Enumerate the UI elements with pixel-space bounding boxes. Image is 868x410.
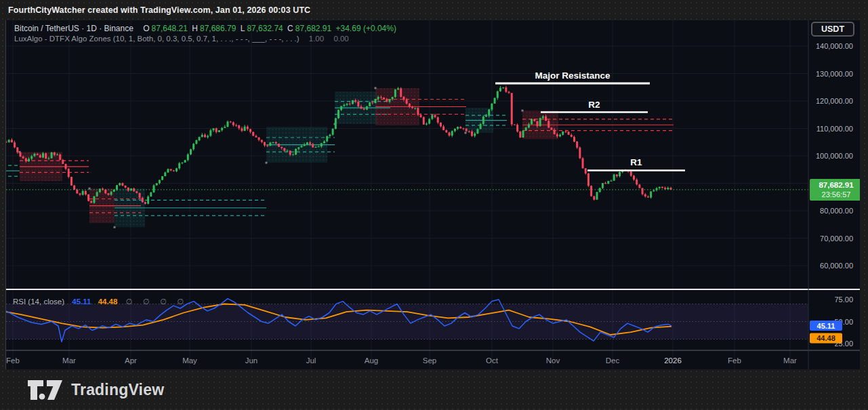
svg-text:130,000.00: 130,000.00	[816, 70, 853, 78]
svg-text:80,000.00: 80,000.00	[820, 207, 853, 215]
change-value: +34.69 (+0.04%)	[336, 24, 396, 33]
low-label: L	[241, 24, 245, 33]
attribution-text: FourthCityWatcher created with TradingVi…	[8, 5, 310, 15]
rsi-title[interactable]: RSI (14, close)	[13, 298, 64, 306]
rsi-value: 45.11	[72, 298, 91, 306]
tradingview-screenshot: { "topbar": { "text": "FourthCityWatcher…	[0, 0, 868, 410]
tradingview-logo-icon	[26, 378, 64, 401]
tradingview-logo-text: TradingView	[71, 381, 164, 399]
close-label: C	[287, 24, 293, 33]
currency-label: USDT	[821, 24, 844, 34]
high-value: 87,686.79	[200, 24, 236, 33]
svg-text:Sep: Sep	[423, 356, 436, 365]
svg-text:R1: R1	[630, 157, 642, 167]
open-value: 87,648.21	[152, 24, 188, 33]
svg-text:Apr: Apr	[125, 356, 137, 365]
attribution-bar: FourthCityWatcher created with TradingVi…	[0, 0, 868, 20]
svg-text:Feb: Feb	[728, 356, 741, 365]
svg-text:Nov: Nov	[546, 356, 560, 365]
svg-text:Feb: Feb	[6, 356, 20, 365]
rsi-empty-slots: ∅ ∅ ∅ ∅	[126, 298, 188, 306]
svg-text:2026: 2026	[664, 356, 682, 365]
svg-text:Oct: Oct	[486, 356, 499, 365]
open-label: O	[143, 24, 149, 33]
symbol-ohlc-row: Bitcoin / TetherUS · 1D · Binance O87,64…	[14, 24, 398, 33]
svg-text:44.48: 44.48	[817, 334, 835, 342]
symbol-legend[interactable]: Bitcoin / TetherUS · 1D · Binance O87,64…	[14, 24, 398, 43]
svg-text:23:56:57: 23:56:57	[822, 190, 851, 199]
rsi-legend[interactable]: RSI (14, close) 45.11 44.48 ∅ ∅ ∅ ∅	[13, 297, 188, 306]
svg-text:87,682.91: 87,682.91	[819, 181, 854, 189]
svg-text:R2: R2	[588, 100, 600, 110]
indicator-value-2: 0.00	[333, 35, 348, 43]
svg-text:70,000.00: 70,000.00	[820, 234, 853, 243]
svg-text:100,000.00: 100,000.00	[816, 152, 853, 160]
rsi-ma-value: 44.48	[98, 298, 118, 306]
high-label: H	[192, 24, 198, 33]
svg-text:140,000.00: 140,000.00	[816, 42, 853, 50]
low-value: 87,632.74	[247, 24, 283, 33]
indicator-title[interactable]: LuxAlgo - DTFX Algo Zones (10, 1, Both, …	[14, 35, 299, 43]
indicator-value-1: 1.00	[309, 35, 324, 43]
close-value: 87,682.91	[295, 24, 331, 33]
svg-text:110,000.00: 110,000.00	[817, 125, 853, 133]
svg-text:Mar: Mar	[783, 356, 797, 365]
svg-text:Mar: Mar	[62, 356, 76, 365]
svg-text:Aug: Aug	[365, 356, 378, 365]
svg-text:45.11: 45.11	[817, 322, 835, 330]
chart-surface[interactable]: Major ResistanceR2R1140,000.00130,000.00…	[5, 20, 860, 369]
svg-text:Jun: Jun	[245, 356, 258, 365]
svg-text:60,000.00: 60,000.00	[820, 262, 853, 270]
svg-text:Jul: Jul	[306, 356, 316, 365]
indicator-row[interactable]: LuxAlgo - DTFX Algo Zones (10, 1, Both, …	[14, 35, 398, 43]
svg-text:Dec: Dec	[606, 356, 620, 365]
svg-text:120,000.00: 120,000.00	[816, 97, 853, 105]
symbol-title[interactable]: Bitcoin / TetherUS · 1D · Binance	[14, 24, 133, 33]
svg-text:May: May	[182, 356, 197, 365]
svg-text:Major Resistance: Major Resistance	[535, 70, 611, 81]
currency-badge[interactable]: USDT	[811, 22, 854, 37]
chart-svg[interactable]: Major ResistanceR2R1140,000.00130,000.00…	[6, 20, 860, 369]
svg-text:75.00: 75.00	[834, 295, 853, 304]
brand-bar[interactable]: TradingView	[26, 377, 164, 402]
